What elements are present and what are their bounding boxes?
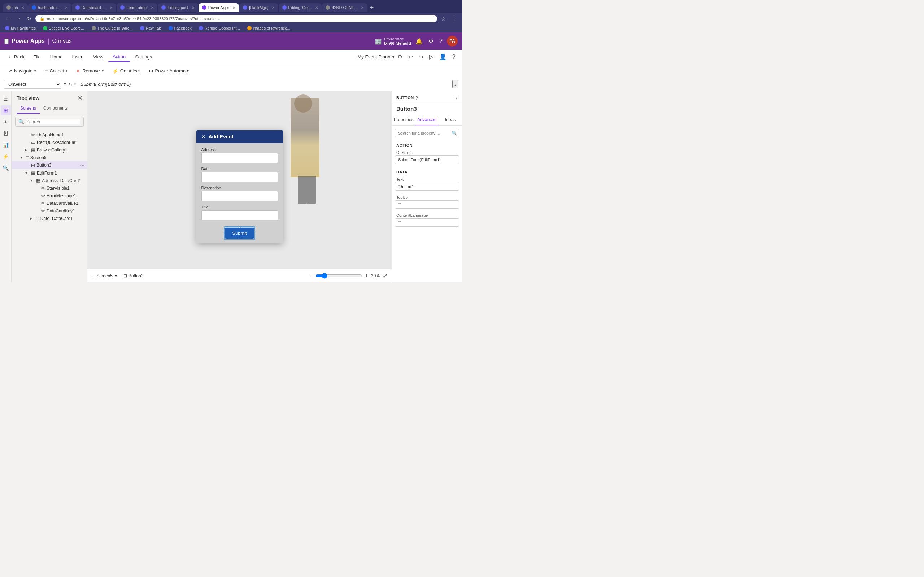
remove-chevron-icon: ▾ xyxy=(102,69,103,73)
tree-item-lblappname[interactable]: ✏ LblAppName1 xyxy=(11,131,87,139)
form-input-description[interactable] xyxy=(201,191,278,201)
right-panel-help-button[interactable]: ? xyxy=(415,95,418,101)
zoom-slider[interactable] xyxy=(315,273,362,279)
sidebar-icon-menu[interactable]: ☰ xyxy=(1,94,11,104)
tab-power-apps[interactable]: Power Apps ✕ xyxy=(199,3,239,12)
formula-input[interactable] xyxy=(78,81,450,88)
settings-icon[interactable]: ⚙ xyxy=(427,36,435,46)
help-icon[interactable]: ? xyxy=(438,36,444,46)
form-input-address[interactable] xyxy=(201,153,278,163)
tab-learn[interactable]: Learn about ✕ xyxy=(116,3,157,12)
browser-settings-button[interactable]: ⋮ xyxy=(450,15,459,23)
tree-item-rectquick[interactable]: ▭ RectQuickActionBar1 xyxy=(11,139,87,146)
content-language-prop-value[interactable]: "" xyxy=(395,218,459,227)
back-nav-button[interactable]: ← xyxy=(3,15,12,23)
tab-editing-get[interactable]: Editing 'Get... ✕ xyxy=(279,3,322,12)
right-tab-ideas[interactable]: Ideas xyxy=(439,115,462,126)
fav-new-tab[interactable]: New Tab xyxy=(138,25,163,31)
tree-more-button[interactable]: ··· xyxy=(80,162,84,168)
menu-action[interactable]: Action xyxy=(108,52,130,62)
tree-item-button3[interactable]: ⊟ Button3 ··· xyxy=(11,161,87,169)
tree-item-starvisible[interactable]: ✏ StarVisible1 xyxy=(11,184,87,192)
property-icon[interactable]: ⚙ xyxy=(395,52,405,62)
screen-selector[interactable]: □ Screen5 ▾ xyxy=(92,273,117,279)
sidebar-icon-search[interactable]: 🔍 xyxy=(1,163,11,173)
power-automate-button[interactable]: ⚙ Power Automate xyxy=(145,66,193,76)
tree-item-date-card[interactable]: ▶ □ Date_DataCard1 xyxy=(11,214,87,222)
menu-insert[interactable]: Insert xyxy=(68,52,89,62)
property-select[interactable]: OnSelect xyxy=(3,80,61,89)
collect-button[interactable]: ≡ Collect ▾ xyxy=(41,66,71,76)
sidebar-icon-tree[interactable]: ⊞ xyxy=(1,105,11,115)
sidebar-close-button[interactable]: ✕ xyxy=(78,95,82,102)
undo-icon[interactable]: ↩ xyxy=(406,52,415,62)
on-select-button[interactable]: ⚡ On select xyxy=(109,66,144,76)
form-close-button[interactable]: ✕ xyxy=(201,134,206,140)
tab-tch[interactable]: tch ✕ xyxy=(3,3,28,12)
help-menu-icon[interactable]: ? xyxy=(450,52,458,62)
zoom-in-button[interactable]: + xyxy=(365,272,368,279)
on-select-prop-value[interactable]: SubmitForm(EditForm1) xyxy=(395,155,459,164)
tree-search-input[interactable] xyxy=(26,119,81,124)
back-button[interactable]: ← Back xyxy=(4,52,28,62)
bookmark-button[interactable]: ☆ xyxy=(439,15,447,23)
tab-hackalgo[interactable]: [HackAlgo] ✕ xyxy=(239,3,278,12)
zoom-out-button[interactable]: − xyxy=(309,272,312,279)
tree-item-editform[interactable]: ▼ ▦ EditForm1 xyxy=(11,169,87,177)
notification-icon[interactable]: 🔔 xyxy=(414,36,424,46)
right-panel-expand-button[interactable]: › xyxy=(456,95,458,101)
menu-file[interactable]: File xyxy=(29,52,45,62)
right-tab-properties[interactable]: Properties xyxy=(392,115,415,126)
menu-home[interactable]: Home xyxy=(46,52,67,62)
navigate-button[interactable]: ↗ Navigate ▾ xyxy=(4,66,40,76)
url-box[interactable]: 🔒 make.powerapps.com/e/Default-9d3c71c3-… xyxy=(36,15,437,23)
sidebar-icon-db[interactable]: 🗄 xyxy=(1,128,11,139)
tree-item-datacardkey[interactable]: ✏ DataCardKey1 xyxy=(11,207,87,214)
fav-images[interactable]: images of lawrence... xyxy=(245,25,293,31)
formula-expand-icon[interactable]: ⌄ xyxy=(452,80,459,89)
screen-icon: □ xyxy=(26,155,29,160)
reload-button[interactable]: ↻ xyxy=(25,15,33,23)
tree-item-errormsg[interactable]: ✏ ErrorMessage1 xyxy=(11,192,87,200)
submit-button[interactable]: Submit xyxy=(225,227,254,239)
new-tab-button[interactable]: + xyxy=(368,4,376,11)
text-prop-value[interactable]: "Submit" xyxy=(395,182,459,191)
tooltip-prop-value[interactable]: "" xyxy=(395,200,459,209)
redo-icon[interactable]: ↪ xyxy=(417,52,426,62)
tree-item-datacardvalue[interactable]: ✏ DataCardValue1 xyxy=(11,200,87,207)
play-icon[interactable]: ▷ xyxy=(427,52,436,62)
tab-components[interactable]: Components xyxy=(40,103,71,114)
power-automate-icon: ⚙ xyxy=(149,68,153,74)
fav-refuge[interactable]: Refuge Gospel Int... xyxy=(197,25,242,31)
sidebar-icon-add[interactable]: + xyxy=(1,117,11,127)
tree-item-browsegallery[interactable]: ▶ ▦ BrowseGallery1 xyxy=(11,146,87,154)
tree-item-address-card[interactable]: ▼ ▦ Address_DataCard1 xyxy=(11,177,87,184)
remove-button[interactable]: ✕ Remove ▾ xyxy=(73,66,107,76)
element-selector[interactable]: ⊟ Button3 xyxy=(123,273,143,279)
sidebar-tabs: Screens Components xyxy=(11,103,87,114)
app-grid-icon[interactable]: ⊞ xyxy=(4,39,9,44)
right-tab-advanced[interactable]: Advanced xyxy=(415,115,439,126)
form-input-title[interactable] xyxy=(201,210,278,220)
fav-my-favourites[interactable]: My Favourites xyxy=(3,25,38,31)
menu-settings[interactable]: Settings xyxy=(131,52,156,62)
form-input-date[interactable] xyxy=(201,172,278,182)
tab-editing-post[interactable]: Editing post ✕ xyxy=(158,3,198,12)
tab-screens[interactable]: Screens xyxy=(16,103,40,114)
forward-nav-button[interactable]: → xyxy=(15,15,23,23)
tab-dashboard[interactable]: Dashboard -... ✕ xyxy=(72,3,116,12)
fav-facebook[interactable]: Facebook xyxy=(166,25,194,31)
tree-item-screen5[interactable]: ▼ □ Screen5 xyxy=(11,154,87,161)
user-avatar[interactable]: FA xyxy=(447,36,458,47)
tab-hashnode[interactable]: hashnode.c... ✕ xyxy=(28,3,71,12)
property-search-input[interactable] xyxy=(395,129,459,137)
fav-wireframe[interactable]: The Guide to Wire... xyxy=(89,25,135,31)
sidebar-left-icons: ☰ ⊞ + 🗄 📊 ⚡ 🔍 xyxy=(0,91,11,282)
fav-soccer[interactable]: Soccer Live Score... xyxy=(41,25,86,31)
sidebar-icon-plugin[interactable]: ⚡ xyxy=(1,152,11,161)
user-icon[interactable]: 👤 xyxy=(437,52,449,62)
menu-view[interactable]: View xyxy=(89,52,108,62)
canvas-expand-button[interactable]: ⤢ xyxy=(383,272,387,279)
sidebar-icon-chart[interactable]: 📊 xyxy=(1,140,11,150)
tab-42nd[interactable]: 42ND GENE... ✕ xyxy=(322,3,367,12)
